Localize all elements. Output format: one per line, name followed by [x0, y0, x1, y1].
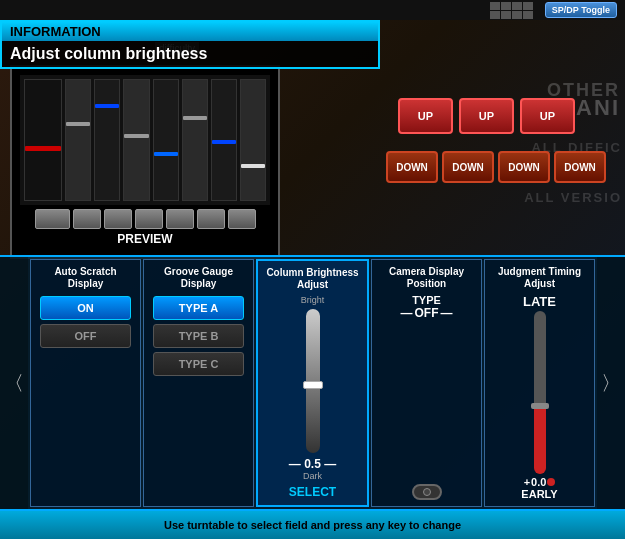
- btn-down-3[interactable]: DOWN: [498, 151, 550, 183]
- panel-column-brightness: Column BrightnessAdjust Bright — 0.5 — D…: [256, 259, 369, 507]
- timing-dot: [547, 478, 555, 486]
- lane-6: [211, 79, 237, 201]
- panel-auto-scratch: Auto ScratchDisplay ON OFF: [30, 259, 141, 507]
- timing-slider[interactable]: [534, 311, 546, 474]
- brightness-slider-track[interactable]: [306, 309, 320, 453]
- btn-up-1[interactable]: UP: [398, 98, 453, 134]
- btn-type-b[interactable]: TYPE B: [153, 324, 244, 348]
- options-area: 〈 Auto ScratchDisplay ON OFF Groove Gaug…: [0, 255, 625, 511]
- lane-5: [182, 79, 208, 201]
- btn-off[interactable]: OFF: [40, 324, 131, 348]
- note-3: [124, 134, 148, 138]
- panel-camera-display: Camera DisplayPosition TYPE — OFF —: [371, 259, 482, 507]
- lane-scratch: [24, 79, 62, 201]
- camera-value: — OFF —: [401, 306, 453, 320]
- note-2: [95, 104, 119, 108]
- note-6: [212, 140, 236, 144]
- timing-value: + 0.0: [524, 476, 556, 488]
- preview-label: PREVIEW: [20, 229, 270, 249]
- top-bar: SP/DP Toggle: [0, 0, 625, 20]
- lane-1: [65, 79, 91, 201]
- info-title: Adjust column brightness: [2, 41, 378, 67]
- brightness-select-label: SELECT: [289, 485, 336, 499]
- panel-judgment-title: Judgment TimingAdjust: [498, 266, 581, 290]
- preview-btn-6: [228, 209, 256, 229]
- preview-btn-4: [166, 209, 194, 229]
- panel-groove-gauge-title: Groove GaugeDisplay: [164, 266, 233, 290]
- judgment-early-label: EARLY: [521, 488, 557, 500]
- option-panels: Auto ScratchDisplay ON OFF Groove GaugeD…: [28, 257, 597, 509]
- judgment-late-label: LATE: [523, 294, 556, 309]
- brightness-slider-value: — 0.5 —: [289, 457, 336, 471]
- preview-btn-0: [35, 209, 70, 229]
- camera-type-label: TYPE: [412, 294, 441, 306]
- up-buttons-row: UP UP UP: [390, 90, 625, 142]
- preview-btn-3: [135, 209, 163, 229]
- lane-4: [153, 79, 179, 201]
- timing-plus: +: [524, 476, 530, 488]
- btn-on[interactable]: ON: [40, 296, 131, 320]
- preview-btn-2: [104, 209, 132, 229]
- brightness-bottom-label: Dark: [303, 471, 322, 481]
- lane-7: [240, 79, 266, 201]
- camera-lens: [423, 488, 431, 496]
- note-4: [154, 152, 178, 156]
- down-buttons-row: DOWN DOWN DOWN DOWN: [380, 145, 625, 189]
- info-header: INFORMATION: [2, 22, 378, 41]
- lane-2: [94, 79, 120, 201]
- camera-off-text: OFF: [415, 306, 439, 320]
- panel-camera-title: Camera DisplayPosition: [389, 266, 464, 290]
- btn-down-2[interactable]: DOWN: [442, 151, 494, 183]
- timing-handle: [531, 403, 549, 409]
- btn-type-c[interactable]: TYPE C: [153, 352, 244, 376]
- note-red: [25, 146, 61, 151]
- spdp-toggle[interactable]: SP/DP Toggle: [545, 2, 617, 18]
- panel-judgment-timing: Judgment TimingAdjust LATE + 0.0 EARLY: [484, 259, 595, 507]
- btn-up-2[interactable]: UP: [459, 98, 514, 134]
- lane-3: [123, 79, 149, 201]
- btn-down-1[interactable]: DOWN: [386, 151, 438, 183]
- brightness-slider-container: [262, 305, 363, 457]
- bottom-bar: Use turntable to select field and press …: [0, 511, 625, 539]
- grid-decoration: [490, 2, 533, 19]
- btn-up-3[interactable]: UP: [520, 98, 575, 134]
- preview-btn-5: [197, 209, 225, 229]
- panel-auto-scratch-title: Auto ScratchDisplay: [54, 266, 116, 290]
- preview-btn-1: [73, 209, 101, 229]
- panel-groove-gauge: Groove GaugeDisplay TYPE A TYPE B TYPE C: [143, 259, 254, 507]
- note-7: [241, 164, 265, 168]
- preview-lanes: [20, 75, 270, 205]
- note-1: [66, 122, 90, 126]
- brightness-top-label: Bright: [301, 295, 325, 305]
- brightness-slider-handle[interactable]: [303, 381, 323, 389]
- timing-number: 0.0: [531, 476, 546, 488]
- info-panel: INFORMATION Adjust column brightness: [0, 20, 380, 69]
- btn-down-4[interactable]: DOWN: [554, 151, 606, 183]
- bottom-text: Use turntable to select field and press …: [164, 519, 461, 531]
- note-5: [183, 116, 207, 120]
- camera-icon: [412, 484, 442, 500]
- arrow-left[interactable]: 〈: [0, 257, 28, 509]
- preview-buttons: [20, 209, 270, 229]
- btn-type-a[interactable]: TYPE A: [153, 296, 244, 320]
- panel-brightness-title: Column BrightnessAdjust: [266, 267, 358, 291]
- arrow-right[interactable]: 〉: [597, 257, 625, 509]
- preview-container: PREVIEW: [10, 65, 280, 259]
